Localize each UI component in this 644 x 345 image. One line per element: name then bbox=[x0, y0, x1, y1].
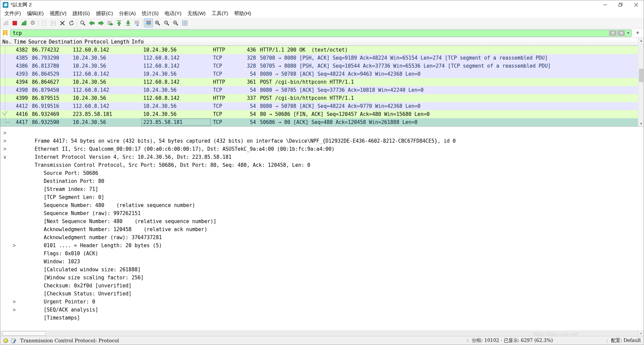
menu-item[interactable]: 工具(T) bbox=[209, 9, 231, 18]
filter-bookmark-icon[interactable] bbox=[3, 30, 7, 36]
column-header[interactable]: Info bbox=[129, 38, 144, 46]
auto-scroll-icon[interactable] bbox=[132, 18, 142, 27]
detail-line[interactable]: Sequence Number: 480 (relative sequence … bbox=[0, 193, 644, 201]
packet-row[interactable]: 4385 86.793290 10.24.30.56 112.60.8.142 … bbox=[0, 54, 644, 62]
filter-dropdown-icon[interactable]: ▼ bbox=[626, 31, 631, 35]
find-packet-icon[interactable] bbox=[78, 18, 87, 27]
open-file-icon[interactable] bbox=[40, 18, 49, 27]
detail-line[interactable]: 0101 .... = Header Length: 20 bytes (5) bbox=[0, 233, 644, 242]
menu-item[interactable]: 统计(S) bbox=[139, 9, 162, 18]
detail-line[interactable]: [Calculated window size: 261888] bbox=[0, 258, 644, 266]
column-header[interactable]: No. bbox=[0, 38, 12, 46]
expander-icon[interactable]: > bbox=[13, 242, 18, 250]
menu-item[interactable]: 捕获(C) bbox=[93, 9, 116, 18]
detail-line[interactable]: [Stream index: 71] bbox=[0, 177, 644, 185]
detail-line[interactable]: >Ethernet II, Src: Qualcomm_00:00:17 (00… bbox=[0, 137, 644, 145]
column-header[interactable]: Length bbox=[109, 38, 129, 46]
detail-line[interactable]: >Flags: 0x010 (ACK) bbox=[0, 242, 644, 250]
expander-icon[interactable]: > bbox=[3, 137, 9, 145]
packet-row[interactable]: 4386 86.813780 10.24.30.56 112.60.8.142 … bbox=[0, 62, 644, 70]
column-header[interactable]: Source bbox=[26, 38, 47, 46]
packet-row[interactable]: 4416 86.932469 223.85.58.181 10.24.30.56… bbox=[0, 110, 644, 118]
go-first-icon[interactable] bbox=[114, 18, 123, 27]
close-button[interactable] bbox=[628, 0, 644, 9]
menu-item[interactable]: 分析(A) bbox=[116, 9, 139, 18]
hscrollbar-thumb[interactable] bbox=[2, 331, 46, 336]
packet-row[interactable]: 4398 86.879450 112.60.8.142 10.24.30.56 … bbox=[0, 86, 644, 94]
packet-row[interactable]: 4393 86.864529 112.60.8.142 10.24.30.56 … bbox=[0, 70, 644, 78]
save-file-icon[interactable] bbox=[49, 18, 58, 27]
column-header[interactable]: Protocol bbox=[83, 38, 109, 46]
display-filter-input[interactable] bbox=[10, 30, 609, 37]
reload-icon[interactable] bbox=[67, 18, 76, 27]
capture-comment-icon[interactable] bbox=[11, 338, 16, 343]
detail-line[interactable]: >Internet Protocol Version 4, Src: 10.24… bbox=[0, 145, 644, 153]
scroll-up-icon[interactable]: ▲ bbox=[638, 38, 644, 43]
minimize-button[interactable] bbox=[597, 0, 613, 9]
capture-options-icon[interactable]: ⚙ bbox=[28, 18, 37, 27]
status-separator: ‖ bbox=[467, 338, 468, 343]
scrollbar-thumb[interactable] bbox=[639, 69, 643, 82]
menu-item[interactable]: 电话(Y) bbox=[162, 9, 184, 18]
expander-icon[interactable]: > bbox=[3, 145, 9, 153]
close-file-icon[interactable] bbox=[58, 18, 67, 27]
detail-line[interactable]: Window: 1023 bbox=[0, 250, 644, 258]
detail-line[interactable]: Destination Port: 80 bbox=[0, 169, 644, 177]
detail-line[interactable]: >[Timestamps] bbox=[0, 306, 644, 314]
filter-add-button[interactable]: + bbox=[634, 29, 642, 37]
capture-stop-icon[interactable] bbox=[10, 18, 19, 27]
detail-line[interactable]: Urgent Pointer: 0 bbox=[0, 290, 644, 298]
detail-line[interactable]: [Next Sequence Number: 480 (relative seq… bbox=[0, 209, 644, 217]
expert-info-icon[interactable] bbox=[3, 338, 8, 343]
cell-length: 337 bbox=[238, 94, 258, 102]
go-to-packet-icon[interactable] bbox=[105, 18, 114, 27]
menu-item[interactable]: 文件(F) bbox=[1, 9, 24, 18]
menu-item[interactable]: 帮助(H) bbox=[231, 9, 254, 18]
zoom-in-icon[interactable] bbox=[153, 18, 162, 27]
packet-row[interactable]: 4399 86.879515 10.24.30.56 112.60.8.142 … bbox=[0, 94, 644, 102]
detail-line[interactable]: Checksum: 0x2f0d [unverified] bbox=[0, 274, 644, 282]
menu-item[interactable]: 跳转(G) bbox=[69, 9, 93, 18]
detail-line[interactable]: ∨Transmission Control Protocol, Src Port… bbox=[0, 153, 644, 161]
detail-line[interactable]: [TCP Segment Len: 0] bbox=[0, 185, 644, 193]
detail-line[interactable]: [Checksum Status: Unverified] bbox=[0, 282, 644, 290]
restore-button[interactable] bbox=[613, 0, 628, 9]
profile-label[interactable]: 配置: Default bbox=[611, 338, 641, 344]
packet-row[interactable]: 4394 86.864627 10.24.30.56 112.60.8.142 … bbox=[0, 78, 644, 86]
packet-row[interactable]: 4417 86.932590 10.24.30.56 223.85.58.181… bbox=[0, 118, 644, 126]
capture-start-icon[interactable] bbox=[1, 18, 10, 27]
detail-line[interactable]: Acknowledgment Number: 120458 (relative … bbox=[0, 217, 644, 225]
column-header[interactable]: Time bbox=[12, 38, 26, 46]
go-last-icon[interactable] bbox=[123, 18, 132, 27]
zoom-out-icon[interactable] bbox=[162, 18, 171, 27]
column-header[interactable]: Destination bbox=[47, 38, 82, 46]
scroll-down-icon[interactable]: ▼ bbox=[638, 121, 644, 126]
expander-icon[interactable]: > bbox=[13, 306, 18, 314]
capture-restart-icon[interactable] bbox=[19, 18, 28, 27]
go-forward-icon[interactable] bbox=[96, 18, 105, 27]
filter-clear-icon[interactable]: ✕ bbox=[609, 30, 616, 36]
detail-line[interactable]: Sequence Number (raw): 997262151 bbox=[0, 201, 644, 209]
resize-columns-icon[interactable] bbox=[180, 18, 189, 27]
detail-line[interactable]: >[SEQ/ACK analysis] bbox=[0, 298, 644, 306]
expander-icon[interactable]: > bbox=[13, 298, 18, 306]
menu-item[interactable]: 无线(W) bbox=[184, 9, 209, 18]
zoom-reset-icon[interactable] bbox=[171, 18, 180, 27]
detail-line[interactable]: [Window size scaling factor: 256] bbox=[0, 266, 644, 274]
packet-row[interactable]: 4412 86.919516 112.60.8.142 10.24.30.56 … bbox=[0, 102, 644, 110]
menu-bar: 文件(F)编辑(E)视图(V)跳转(G)捕获(C)分析(A)统计(S)电话(Y)… bbox=[0, 9, 644, 18]
go-back-icon[interactable] bbox=[87, 18, 96, 27]
packet-list-scrollbar[interactable]: ▲ ▼ bbox=[638, 38, 644, 126]
menu-item[interactable]: 编辑(E) bbox=[24, 9, 47, 18]
scroll-corner-icon[interactable]: ▾ bbox=[638, 331, 644, 336]
detail-line[interactable]: >Frame 4417: 54 bytes on wire (432 bits)… bbox=[0, 129, 644, 137]
menu-item[interactable]: 视图(V) bbox=[47, 9, 69, 18]
colorize-icon[interactable] bbox=[144, 18, 153, 27]
horizontal-scrollbar[interactable]: ▾ bbox=[0, 331, 644, 336]
detail-line[interactable]: Acknowledgment number (raw): 3764737281 bbox=[0, 225, 644, 233]
detail-line[interactable]: Source Port: 50686 bbox=[0, 161, 644, 169]
expander-icon[interactable]: > bbox=[3, 129, 9, 137]
filter-apply-icon[interactable]: ➜ bbox=[618, 30, 625, 36]
packet-row[interactable]: 4382 86.774232 112.60.8.142 10.24.30.56 … bbox=[0, 46, 644, 54]
expander-icon[interactable]: ∨ bbox=[3, 153, 9, 161]
